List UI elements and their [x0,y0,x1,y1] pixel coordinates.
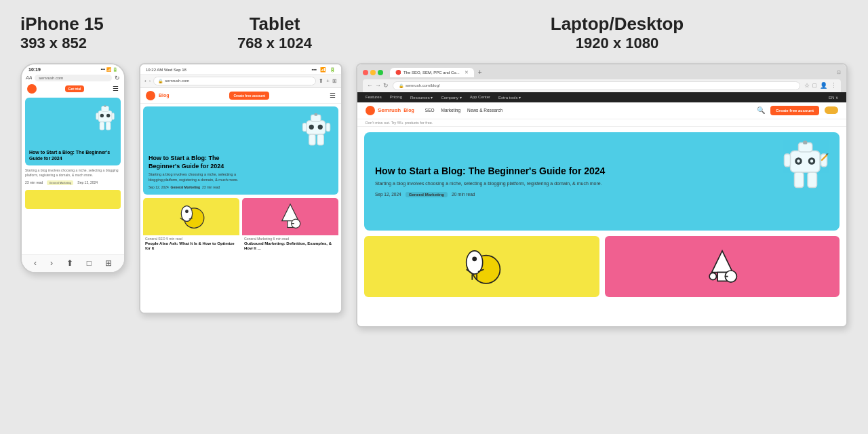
desktop-hero-cat: General Marketing [406,192,448,197]
semrush-logo-icon [27,84,37,94]
svg-point-19 [181,205,192,221]
desktop-hero-content: How to Start a Blog: The Beginner's Guid… [375,165,829,197]
iphone-name: iPhone 15 [20,14,156,35]
minimize-win-button[interactable] [370,70,376,75]
tablet-url-field[interactable]: 🔒 semrush.com [153,77,316,85]
browser-menu-icon[interactable]: ⋮ [831,82,837,89]
iphone-bottom-bar[interactable]: ‹ › ⬆ □ ⊞ [22,254,124,272]
tabs-icon[interactable]: ⊞ [105,258,112,268]
tablet-tabs-icon[interactable]: ⊞ [332,78,337,84]
brand-nav-marketing[interactable]: Marketing [441,108,461,113]
maximize-win-button[interactable] [378,70,383,75]
signal-icon: ▪▪▪ [101,67,105,71]
svg-rect-12 [311,115,321,121]
nav-extra-tools[interactable]: Extra tools [498,95,521,100]
iphone-content: How to Start a Blog: The Beginner's Guid… [22,96,124,254]
tablet-add-tab-icon[interactable]: + [326,78,330,84]
iphone-get-trial-button[interactable]: Get trial [65,85,85,92]
tablet-card-2-cat: General Marketing 6 min read [242,235,338,241]
desktop-brand-bar: Semrush Blog SEO Marketing News & Resear… [357,102,846,119]
back-icon[interactable]: ‹ [34,258,37,268]
desktop-tabs-row: 🔴 The SEO, SEM, PPC and Co... ✕ + ⊡ [363,68,841,77]
svg-rect-5 [96,113,98,119]
desktop-hero-date: Sep 12, 2024 [375,192,401,197]
tablet-share-icon[interactable]: ⬆ [319,78,323,84]
semrush-logo-icon [146,91,155,100]
close-win-button[interactable] [363,70,368,75]
desktop-address-row[interactable]: ← → ↻ 🔒 semrush.com/blog/ ☆ □ 👤 ⋮ [363,79,841,92]
svg-rect-8 [106,121,111,130]
desktop-content: How to Start a Blog: The Beginner's Guid… [357,127,846,326]
tab-favicon: 🔴 [395,70,401,75]
share-icon[interactable]: ⬆ [66,258,73,268]
svg-rect-15 [326,123,330,131]
browser-back-icon[interactable]: ← [367,82,373,89]
tablet-nav: Blog Create free account ☰ [140,88,341,104]
lock-icon: 🔒 [399,83,403,88]
tablet-back-icon[interactable]: ‹ [144,78,146,84]
semrush-wordmark: Semrush [378,107,401,113]
tablet-dims: 768 x 1024 [163,35,387,52]
extension-icon[interactable]: □ [813,82,816,89]
svg-point-1 [100,113,104,117]
tablet-hero-meta: Sep 12, 2024 General Marketing 23 min re… [149,185,327,189]
desktop-promo-bar: Don't miss out. Try 55+ products for fre… [357,119,846,127]
window-resize-icon[interactable]: ⊡ [837,70,841,75]
desktop-brand-nav: SEO Marketing News & Research [425,108,502,113]
nav-app-center[interactable]: App Center [470,95,490,99]
tab-close-icon[interactable]: ✕ [465,70,469,75]
desktop-toggle-switch[interactable] [825,106,838,114]
iphone-hero-desc: Starting a blog involves choosing a nich… [22,167,124,178]
desktop-chrome-bar: 🔴 The SEO, SEM, PPC and Co... ✕ + ⊡ ← → … [357,64,846,92]
iphone-hero-card: How to Start a Blog: The Beginner's Guid… [25,98,121,165]
new-tab-button[interactable]: + [475,68,485,76]
active-browser-tab[interactable]: 🔴 The SEO, SEM, PPC and Co... ✕ [390,68,474,77]
profile-icon[interactable]: 👤 [820,82,827,89]
nav-pricing[interactable]: Pricing [390,95,402,99]
desktop-search-icon[interactable]: 🔍 [757,106,765,114]
tablet-forward-icon[interactable]: › [149,78,151,84]
iphone-reload-icon[interactable]: ↻ [115,75,120,81]
desktop-addr-icons: ☆ □ 👤 ⋮ [804,82,837,89]
tablet-hamburger-icon[interactable]: ☰ [330,92,336,99]
iphone-aa-button[interactable]: AA [26,75,32,80]
desktop-card-1 [364,236,599,297]
bookmarks-icon[interactable]: □ [87,258,92,268]
nav-resources[interactable]: Resources [410,95,433,100]
window-controls [363,70,383,75]
browser-refresh-icon[interactable]: ↻ [383,82,389,89]
iphone-address-bar[interactable]: AA semrush.com ↻ [22,73,124,83]
desktop-brand-actions: 🔍 Create free account [757,106,838,115]
brand-nav-seo[interactable]: SEO [425,108,435,113]
tablet-device: 10:22 AM Wed Sep 18 ▪▪▪ 📶 🔋 ‹ › 🔒 semrus… [139,63,342,314]
forward-icon[interactable]: › [50,258,53,268]
tablet-card-1-title: People Also Ask: What It Is & How to Opt… [143,241,239,253]
svg-point-51 [709,273,716,279]
nav-features[interactable]: Features [366,95,382,99]
language-selector[interactable]: EN ∨ [829,95,838,100]
nav-company[interactable]: Company [441,95,461,100]
tablet-hero-text-block: How to Start a Blog: The Beginner's Guid… [149,155,327,189]
svg-marker-47 [711,250,732,272]
iphone-hamburger-icon[interactable]: ☰ [113,85,119,92]
tab-title: The SEO, SEM, PPC and Co... [403,71,460,75]
bookmark-icon[interactable]: ☆ [804,82,810,89]
tablet-card-1-image [143,198,239,235]
svg-point-31 [810,159,814,163]
tablet-cta-button[interactable]: Create free account [229,92,269,100]
tablet-card-1: General SEO 5 min read People Also Ask: … [143,198,239,253]
browser-forward-icon[interactable]: → [375,82,381,89]
desktop-url-field[interactable]: 🔒 semrush.com/blog/ [393,81,800,90]
desktop-window-resize-controls: ⊡ [837,70,841,75]
svg-rect-16 [309,134,315,145]
svg-rect-14 [302,123,307,131]
blog-label: Blog [403,108,414,113]
svg-marker-23 [282,204,299,221]
brand-nav-news[interactable]: News & Research [467,108,502,113]
svg-rect-7 [100,121,104,130]
tablet-address-bar[interactable]: ‹ › 🔒 semrush.com ⬆ + ⊞ [140,75,341,88]
iphone-date: Sep 12, 2024 [77,180,98,185]
iphone-url-field[interactable]: semrush.com [35,75,112,81]
tablet-hero-time: 23 min read [202,185,220,189]
desktop-cta-button[interactable]: Create free account [770,106,819,115]
